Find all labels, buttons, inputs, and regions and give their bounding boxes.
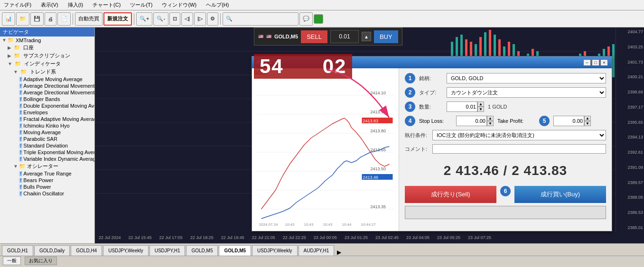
nav-bulls[interactable]: f Bulls Power <box>0 184 94 190</box>
type-select[interactable]: カウントダウン注文 <box>447 87 606 98</box>
nav-psar[interactable]: f Parabolic SAR <box>0 136 94 142</box>
navigator-panel: ナビゲータ ▼ 📁 XMTrading ▶ 📁 口座 ▶ 📁 サブスクリプション… <box>0 28 95 243</box>
menu-insert[interactable]: 挿入(I) <box>66 0 85 9</box>
nav-indicators[interactable]: ▼ 📁 インディケータ <box>0 60 94 68</box>
menu-window[interactable]: ウィンドウ(W) <box>160 0 198 9</box>
f-icon-bulls: f <box>19 184 22 190</box>
search-button[interactable]: 🔍 <box>223 12 299 26</box>
signal-button[interactable] <box>314 14 323 24</box>
nav-subscription[interactable]: ▶ 📁 サブスクリプション <box>0 52 94 60</box>
ticker-price-up-button[interactable]: ▲ <box>362 32 371 41</box>
nav-ichimoku[interactable]: f Ichimoku Kinko Hyo <box>0 122 94 129</box>
menu-file[interactable]: ファイル(F) <box>2 0 33 9</box>
nav-frama[interactable]: f Fractal Adaptive Moving Average <box>0 116 94 122</box>
tp-down-button[interactable]: ▼ <box>584 121 591 126</box>
sell-buy-row: 成行売り(Sell) 6 成行買い(Buy) <box>405 186 606 203</box>
sl-down-button[interactable]: ▼ <box>487 121 494 126</box>
tab-audjpy-h1[interactable]: AUDJPY,H1 <box>299 245 335 256</box>
ticker-price-input[interactable] <box>330 30 359 43</box>
tab-gold-m5-1[interactable]: GOLD,M5 <box>186 245 218 256</box>
circle-3: 3 <box>405 101 415 112</box>
scroll-left-button[interactable]: ◁| <box>181 12 193 26</box>
nav-adx[interactable]: f Average Directional Movement Index <box>0 83 94 89</box>
menu-chart[interactable]: チャート(C) <box>91 0 122 9</box>
tab-gold-h4[interactable]: GOLD,H4 <box>71 245 102 256</box>
tab-gold-m5-2[interactable]: GOLD,M5 <box>219 245 251 256</box>
cancel-button[interactable] <box>405 206 606 219</box>
tab-scroll-right[interactable]: ▶ <box>335 249 343 256</box>
dialog-close-button[interactable]: × <box>600 59 608 66</box>
circle-1: 1 <box>405 73 415 83</box>
nav-bears-label: Bears Power <box>23 177 53 183</box>
nav-ma[interactable]: f Moving Average <box>0 129 94 136</box>
comment-input[interactable] <box>432 144 606 154</box>
qty-input[interactable] <box>447 101 477 112</box>
nav-chaikin[interactable]: f Chaikin Oscillator <box>0 190 94 197</box>
tree-expand-icon: ▼ <box>2 37 7 43</box>
ticker-sell-button[interactable]: SELL <box>301 30 327 43</box>
status-general-tab[interactable]: 一般 <box>3 257 21 265</box>
dialog-minimize-button[interactable]: − <box>583 59 591 66</box>
f-icon-psar: f <box>19 137 22 142</box>
chart-shift-button[interactable]: |▷ <box>194 12 206 26</box>
menu-view[interactable]: 表示(V) <box>39 0 60 9</box>
tab-usdjpy-weekly-2[interactable]: USDJPY,Weekly <box>252 245 298 256</box>
zoom-fit-button[interactable]: ⊡ <box>169 12 180 26</box>
f-icon-vida: f <box>19 157 22 162</box>
menu-tools[interactable]: ツール(T) <box>128 0 154 9</box>
new-order-button[interactable]: 新規注文 <box>103 12 132 26</box>
svg-text:2413.95: 2413.95 <box>371 110 386 114</box>
type-row: 2 タイプ: カウントダウン注文 <box>405 87 606 98</box>
tp-up-button[interactable]: ▲ <box>584 116 591 121</box>
nav-bb[interactable]: f Bollinger Bands <box>0 96 94 102</box>
auto-trade-button[interactable]: 自動売買 <box>75 12 103 26</box>
nav-trend[interactable]: ▼ 📁 トレンド系 <box>0 68 94 76</box>
separator1 <box>73 13 73 25</box>
tab-usdjpy-h1[interactable]: USDJPY,H1 <box>149 245 186 256</box>
nav-xmtrading[interactable]: ▼ 📁 XMTrading <box>0 37 94 44</box>
new-chart-button[interactable]: 📊 <box>2 12 15 26</box>
ticker-buy-button[interactable]: BUY <box>374 30 398 43</box>
sl-input[interactable] <box>456 116 487 126</box>
svg-text:2413.46: 2413.46 <box>363 175 379 180</box>
nav-adxw[interactable]: f Average Directional Movement Index Wil… <box>0 89 94 96</box>
tp-input[interactable] <box>553 116 584 126</box>
nav-env[interactable]: f Envelopes <box>0 109 94 116</box>
print2-button[interactable]: 📄 <box>57 12 71 26</box>
dialog-maximize-button[interactable]: □ <box>592 59 599 66</box>
tab-gold-h1[interactable]: GOLD,H1 <box>2 245 33 256</box>
nav-bears[interactable]: f Bears Power <box>0 177 94 184</box>
properties-button[interactable]: ⚙ <box>207 12 218 26</box>
sl-spin: ▲ ▼ <box>456 116 494 126</box>
nav-vida[interactable]: f Variable Index Dynamic Average <box>0 156 94 162</box>
sl-up-button[interactable]: ▲ <box>487 116 494 121</box>
exec-select[interactable]: IOC注文 (部分約定時に未決済分取消注文) <box>432 130 606 140</box>
folder-trend-icon: 📁 <box>20 69 27 74</box>
print-button[interactable]: 🖨 <box>45 12 56 26</box>
nav-oscillator[interactable]: ▼ 📁 オシレーター <box>0 162 94 170</box>
nav-stddev[interactable]: f Standard Deviation <box>0 142 94 149</box>
svg-text:10:43: 10:43 <box>304 222 314 227</box>
qty-down-button[interactable]: ▼ <box>477 107 484 112</box>
nav-tema[interactable]: f Triple Exponential Moving Average <box>0 149 94 156</box>
zoom-out-button[interactable]: 🔍- <box>153 12 168 26</box>
qty-up-button[interactable]: ▲ <box>477 101 484 107</box>
nav-subscription-label: サブスクリプション <box>23 53 70 58</box>
sell-button[interactable]: 成行売り(Sell) <box>405 186 496 203</box>
chat-button[interactable]: 💬 <box>299 12 313 26</box>
tab-gold-daily[interactable]: GOLD,Daily <box>34 245 70 256</box>
nav-ama[interactable]: f Adaptive Moving Average <box>0 76 94 83</box>
nav-ma-label: Moving Average <box>23 129 61 135</box>
status-favorites-tab[interactable]: お気に入り <box>25 257 57 265</box>
tab-usdjpy-weekly[interactable]: USDJPY,Weekly <box>103 245 149 256</box>
open-button[interactable]: 📁 <box>16 12 29 26</box>
symbol-select[interactable]: GOLD, GOLD <box>447 73 606 83</box>
zoom-in-button[interactable]: 🔍+ <box>136 12 152 26</box>
nav-account[interactable]: ▶ 📁 口座 <box>0 44 94 52</box>
menu-help[interactable]: ヘルプ(H) <box>204 0 231 9</box>
buy-button[interactable]: 成行買い(Buy) <box>514 186 606 203</box>
nav-atr[interactable]: f Average True Range <box>0 170 94 177</box>
toolbar: 📊 📁 💾 🖨 📄 自動売買 新規注文 🔍+ 🔍- ⊡ ◁| |▷ ⚙ 🔍 💬 <box>0 10 644 28</box>
save-button[interactable]: 💾 <box>30 12 44 26</box>
nav-dema[interactable]: f Double Exponential Moving Average <box>0 102 94 109</box>
